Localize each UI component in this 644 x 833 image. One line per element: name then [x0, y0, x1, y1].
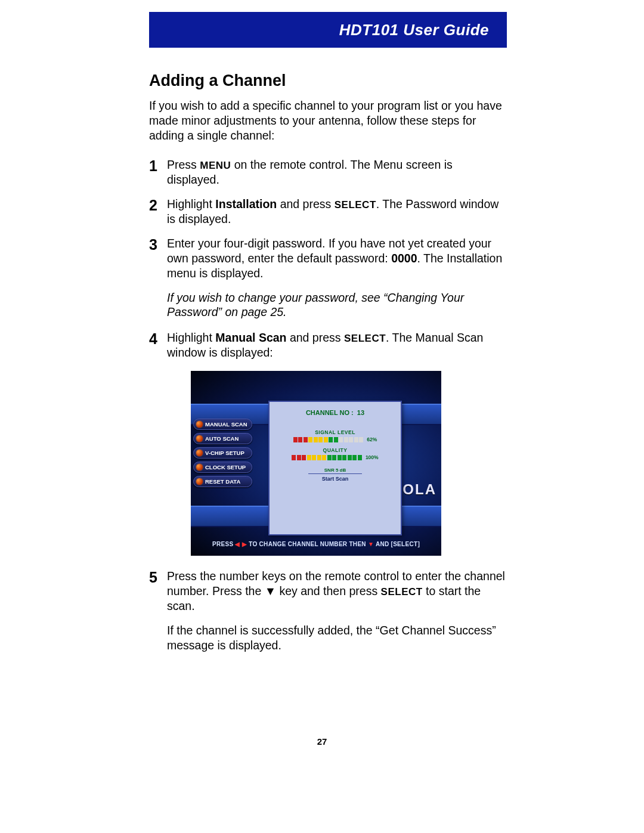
- step-3: 3 Enter your four-digit password. If you…: [149, 236, 507, 281]
- tv-screenshot: OLA MANUAL SCAN AUTO SCAN V-CHIP SETUP C…: [191, 371, 507, 556]
- signal-bar: [293, 437, 364, 442]
- quality-bar: [292, 455, 362, 460]
- start-scan: Start Scan: [322, 476, 349, 482]
- step-2: 2 Highlight Installation and press SELEC…: [149, 197, 507, 227]
- step-4: 4 Highlight Manual Scan and press SELECT…: [149, 330, 507, 360]
- brand-text: OLA: [402, 481, 436, 498]
- menu-manual-scan: MANUAL SCAN: [193, 419, 252, 430]
- menu-clock-setup: CLOCK SETUP: [193, 462, 252, 473]
- intro-paragraph: If you wish to add a specific channel to…: [149, 98, 507, 143]
- menu-auto-scan: AUTO SCAN: [193, 433, 252, 444]
- section-heading: Adding a Channel: [149, 72, 507, 90]
- page-number: 27: [0, 736, 644, 747]
- step-1: 1 Press MENU on the remote control. The …: [149, 157, 507, 187]
- menu-vchip-setup: V-CHIP SETUP: [193, 447, 252, 459]
- step-5: 5 Press the number keys on the remote co…: [149, 569, 507, 614]
- menu-reset-data: RESET DATA: [193, 476, 252, 487]
- post-paragraph: If the channel is successfully added, th…: [167, 623, 507, 653]
- doc-title: HDT101 User Guide: [339, 21, 489, 39]
- tv-hint: PRESS ◀ ▶ TO CHANGE CHANNEL NUMBER THEN …: [191, 541, 441, 547]
- password-note: If you wish to change your password, see…: [167, 290, 507, 320]
- scan-panel: CHANNEL NO : 13 SIGNAL LEVEL 62% QUALITY: [268, 401, 402, 535]
- header-bar: HDT101 User Guide: [149, 12, 507, 48]
